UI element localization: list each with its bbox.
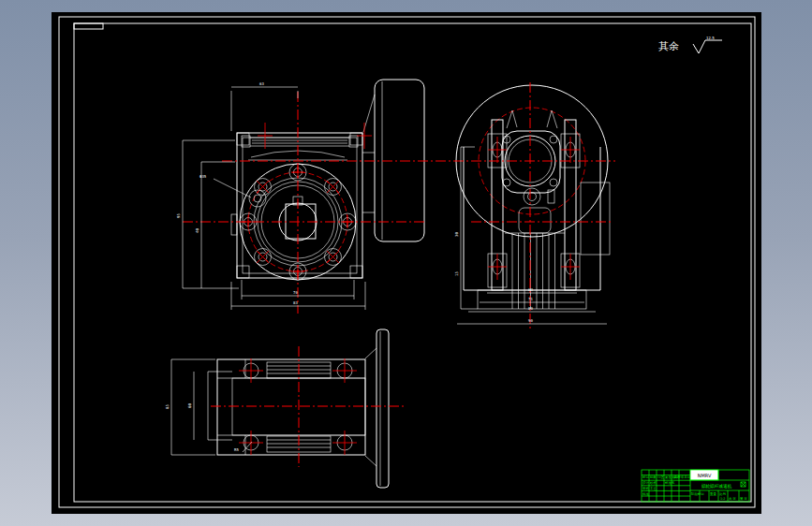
tb-label: 年月日 [681, 475, 690, 479]
tb-field: 阶段标记 [691, 491, 704, 496]
title-block: NMRV 蜗轮蜗杆减速机 标记 处数 分区 更改文件号 签名 年月日 设计 校核… [642, 470, 749, 502]
dim-bottom-leader: R5 [234, 447, 239, 452]
roughness-value: 12.5 [706, 36, 715, 40]
drawing-title: 蜗轮蜗杆减速机 [701, 483, 732, 489]
cad-drawing-canvas[interactable]: 其余 12.5 [52, 12, 761, 514]
dim-front-bottom-outer: 83 [293, 300, 298, 305]
tb-label: 分区 [657, 475, 664, 479]
dim-front-left-outer: 95 [176, 213, 181, 218]
frame-zone-tick [74, 23, 103, 29]
tb-label: 批准 [642, 492, 649, 496]
app-background: { "surface_note": { "label": "其余", "roug… [0, 0, 812, 526]
tb-label: 签名 [673, 475, 680, 479]
tb-label: 工艺 [650, 487, 657, 490]
dim-front-left-inner: 40 [195, 228, 199, 233]
dim-side-stack-4: 90 [528, 318, 533, 323]
dim-front-top: 63 [259, 81, 264, 86]
tb-label: 设计 [642, 480, 649, 485]
dim-bottom-left-outer: 85 [165, 404, 170, 409]
tb-field: 共 张 [729, 497, 736, 501]
dim-side-stack-2: 71 [528, 297, 533, 301]
dim-side-left-lower: 15 [454, 271, 459, 276]
dim-bottom-left-inner: 60 [187, 403, 192, 408]
tb-field: 重量 [710, 491, 716, 496]
surface-note-label: 其余 [658, 40, 679, 52]
tb-label: 审核 [642, 487, 649, 490]
drawing-svg: 其余 12.5 [52, 12, 761, 514]
tb-scale: 1:2 [720, 497, 725, 501]
dim-side-stack-3: 80 [528, 306, 533, 311]
surface-finish-note: 其余 12.5 [658, 36, 722, 53]
side-view [456, 85, 610, 309]
tb-field: 第 张 [740, 497, 747, 501]
part-number: NMRV [698, 473, 712, 478]
roughness-icon [693, 40, 722, 53]
dim-side-stack-1: 63 [528, 287, 533, 292]
centerlines [183, 82, 615, 467]
drawing-frame [59, 17, 755, 507]
dimension-annotations: 63 95 40 Φ35 70 83 30 15 63 71 80 90 [165, 81, 607, 455]
dim-front-bottom-inner: 70 [293, 290, 298, 295]
dim-front-leader: Φ35 [199, 174, 207, 179]
front-view [231, 80, 424, 280]
tb-label: 标记 [642, 475, 649, 479]
tb-field: 比例 [719, 492, 726, 496]
tb-label: 处数 [650, 475, 657, 479]
tb-label: 标准化 [664, 480, 675, 485]
cooling-fins [505, 208, 565, 309]
tb-label: 校核 [649, 481, 657, 485]
dim-side-left-upper: 30 [454, 232, 459, 237]
